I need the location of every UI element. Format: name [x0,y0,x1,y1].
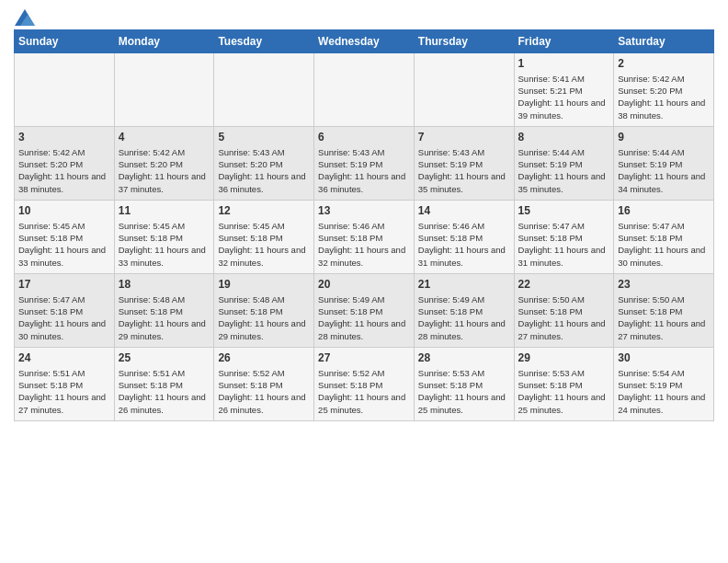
day-number: 18 [119,277,210,293]
sunrise-text: Sunrise: 5:42 AM [18,147,85,157]
sunrise-text: Sunrise: 5:44 AM [618,147,684,157]
sunset-text: Sunset: 5:20 PM [618,86,682,96]
sunrise-text: Sunrise: 5:49 AM [418,294,484,304]
logo [14,9,36,22]
day-number: 14 [418,203,510,219]
sunset-text: Sunset: 5:20 PM [119,159,183,169]
calendar-cell [414,53,514,127]
sunrise-text: Sunrise: 5:44 AM [518,147,585,157]
sunrise-text: Sunrise: 5:45 AM [119,221,185,231]
day-number: 4 [119,130,210,145]
daylight-text: Daylight: 11 hours and 30 minutes. [18,318,106,340]
calendar-cell: 30Sunrise: 5:54 AMSunset: 5:19 PMDayligh… [614,348,714,421]
calendar-cell: 27Sunrise: 5:52 AMSunset: 5:18 PMDayligh… [314,348,415,421]
daylight-text: Daylight: 11 hours and 26 minutes. [119,392,206,414]
header-day-wednesday: Wednesday [314,30,415,53]
sunset-text: Sunset: 5:18 PM [218,233,282,243]
daylight-text: Daylight: 11 hours and 38 minutes. [18,171,106,193]
page-container: SundayMondayTuesdayWednesdayThursdayFrid… [0,0,728,431]
sunrise-text: Sunrise: 5:45 AM [218,221,284,231]
day-number: 6 [318,130,410,145]
daylight-text: Daylight: 11 hours and 36 minutes. [318,171,405,193]
day-number: 1 [518,56,610,72]
sunrise-text: Sunrise: 5:46 AM [418,221,484,231]
sunrise-text: Sunrise: 5:50 AM [518,294,585,304]
daylight-text: Daylight: 11 hours and 33 minutes. [18,245,106,267]
calendar-cell: 10Sunrise: 5:45 AMSunset: 5:18 PMDayligh… [15,201,115,274]
sunset-text: Sunset: 5:18 PM [218,306,282,316]
week-row-4: 17Sunrise: 5:47 AMSunset: 5:18 PMDayligh… [15,274,714,348]
sunset-text: Sunset: 5:18 PM [119,380,183,390]
sunset-text: Sunset: 5:18 PM [119,306,183,316]
week-row-2: 3Sunrise: 5:42 AMSunset: 5:20 PMDaylight… [15,127,714,201]
sunrise-text: Sunrise: 5:43 AM [218,147,284,157]
sunrise-text: Sunrise: 5:54 AM [618,368,684,378]
day-number: 16 [618,203,710,219]
sunset-text: Sunset: 5:19 PM [518,159,583,169]
sunset-text: Sunset: 5:19 PM [318,159,382,169]
day-number: 17 [18,277,110,293]
day-number: 2 [618,56,710,72]
daylight-text: Daylight: 11 hours and 31 minutes. [518,245,606,267]
sunset-text: Sunset: 5:18 PM [418,233,483,243]
sunset-text: Sunset: 5:21 PM [518,86,583,96]
header [14,9,714,22]
calendar-cell: 12Sunrise: 5:45 AMSunset: 5:18 PMDayligh… [214,201,314,274]
calendar-cell: 23Sunrise: 5:50 AMSunset: 5:18 PMDayligh… [614,274,714,348]
calendar-cell [15,53,115,127]
day-number: 7 [418,130,510,145]
daylight-text: Daylight: 11 hours and 25 minutes. [418,392,506,414]
calendar-header-row: SundayMondayTuesdayWednesdayThursdayFrid… [15,30,714,53]
daylight-text: Daylight: 11 hours and 25 minutes. [318,392,405,414]
sunset-text: Sunset: 5:18 PM [618,233,682,243]
sunrise-text: Sunrise: 5:45 AM [18,221,85,231]
daylight-text: Daylight: 11 hours and 33 minutes. [119,245,206,267]
daylight-text: Daylight: 11 hours and 38 minutes. [618,98,705,120]
sunset-text: Sunset: 5:18 PM [318,233,382,243]
daylight-text: Daylight: 11 hours and 29 minutes. [119,318,206,340]
week-row-1: 1Sunrise: 5:41 AMSunset: 5:21 PMDaylight… [15,53,714,127]
calendar-cell: 7Sunrise: 5:43 AMSunset: 5:19 PMDaylight… [414,127,514,201]
calendar-cell: 25Sunrise: 5:51 AMSunset: 5:18 PMDayligh… [114,348,214,421]
sunrise-text: Sunrise: 5:52 AM [318,368,384,378]
calendar-table: SundayMondayTuesdayWednesdayThursdayFrid… [14,29,714,421]
sunset-text: Sunset: 5:18 PM [618,306,682,316]
daylight-text: Daylight: 11 hours and 27 minutes. [518,318,606,340]
header-day-tuesday: Tuesday [214,30,314,53]
sunset-text: Sunset: 5:18 PM [119,233,183,243]
calendar-cell: 24Sunrise: 5:51 AMSunset: 5:18 PMDayligh… [15,348,115,421]
daylight-text: Daylight: 11 hours and 32 minutes. [218,245,305,267]
sunrise-text: Sunrise: 5:43 AM [418,147,484,157]
day-number: 11 [119,203,210,219]
day-number: 5 [218,130,310,145]
day-number: 30 [618,350,710,366]
sunset-text: Sunset: 5:18 PM [518,233,583,243]
day-number: 15 [518,203,610,219]
sunrise-text: Sunrise: 5:42 AM [618,74,684,84]
daylight-text: Daylight: 11 hours and 29 minutes. [218,318,305,340]
day-number: 24 [18,350,110,366]
sunset-text: Sunset: 5:20 PM [18,159,83,169]
calendar-cell: 21Sunrise: 5:49 AMSunset: 5:18 PMDayligh… [414,274,514,348]
daylight-text: Daylight: 11 hours and 25 minutes. [518,392,606,414]
calendar-cell: 11Sunrise: 5:45 AMSunset: 5:18 PMDayligh… [114,201,214,274]
header-day-saturday: Saturday [614,30,714,53]
daylight-text: Daylight: 11 hours and 27 minutes. [18,392,106,414]
header-day-monday: Monday [114,30,214,53]
sunrise-text: Sunrise: 5:48 AM [119,294,185,304]
calendar-cell: 28Sunrise: 5:53 AMSunset: 5:18 PMDayligh… [414,348,514,421]
sunset-text: Sunset: 5:18 PM [18,380,83,390]
daylight-text: Daylight: 11 hours and 28 minutes. [318,318,405,340]
sunrise-text: Sunrise: 5:51 AM [18,368,85,378]
calendar-cell: 26Sunrise: 5:52 AMSunset: 5:18 PMDayligh… [214,348,314,421]
calendar-cell: 5Sunrise: 5:43 AMSunset: 5:20 PMDaylight… [214,127,314,201]
day-number: 25 [119,350,210,366]
sunrise-text: Sunrise: 5:48 AM [218,294,284,304]
sunrise-text: Sunrise: 5:42 AM [119,147,185,157]
sunset-text: Sunset: 5:20 PM [218,159,282,169]
day-number: 8 [518,130,610,145]
day-number: 9 [618,130,710,145]
sunset-text: Sunset: 5:18 PM [318,380,382,390]
day-number: 22 [518,277,610,293]
sunset-text: Sunset: 5:18 PM [18,233,83,243]
